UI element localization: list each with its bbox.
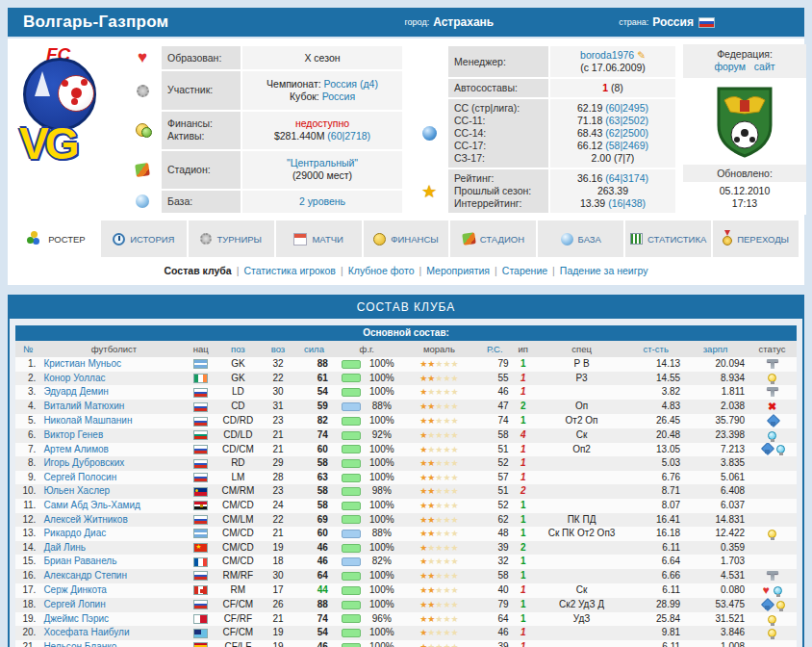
manager-info-link[interactable]: (58|2469) bbox=[605, 140, 648, 151]
form-percent: 92% bbox=[367, 429, 397, 442]
player-name-link[interactable]: Эдуард Демин bbox=[43, 386, 108, 397]
tab-ростер[interactable]: РОСТЕР bbox=[13, 220, 99, 257]
player-salary: 53.475 bbox=[683, 598, 748, 612]
form-percent: 100% bbox=[367, 599, 397, 611]
manager-info-value: 36.16 (64|3174)263.3913.39 (16|438) bbox=[550, 169, 675, 213]
manager-info-link[interactable]: (64|3174) bbox=[605, 172, 648, 184]
subnav-item[interactable]: Мероприятия bbox=[426, 265, 490, 276]
player-name-link[interactable]: Сергей Полосин bbox=[43, 472, 116, 482]
club-info-value: "Центральный"(29000 мест) bbox=[242, 151, 402, 189]
tab-база[interactable]: БАЗА bbox=[536, 220, 623, 257]
manager-info-link[interactable]: (16|438) bbox=[608, 197, 646, 209]
column-header-ст-сть[interactable]: ст-сть bbox=[628, 341, 683, 357]
column-header-сила[interactable]: сила bbox=[294, 341, 334, 357]
player-age: 28 bbox=[262, 471, 295, 485]
federation-crest bbox=[683, 78, 806, 165]
player-name-link[interactable]: Сами Абд Эль-Хамид bbox=[43, 500, 140, 510]
club-info-link[interactable]: "Центральный" bbox=[287, 157, 358, 168]
club-info-link[interactable]: 2 уровень bbox=[299, 195, 345, 207]
player-name-link[interactable]: Александр Степин bbox=[43, 570, 127, 581]
player-age: 17 bbox=[262, 583, 295, 599]
tab-статистика[interactable]: СТАТИСТИКА bbox=[623, 220, 711, 257]
player-name-link[interactable]: Нельсон Бланко bbox=[43, 641, 116, 647]
tab-матчи[interactable]: МАТЧИ bbox=[274, 220, 362, 257]
player-name-link[interactable]: Кристиан Муньос bbox=[43, 358, 121, 369]
player-row: 6.Виктор ГеневCD/LD217492%★★★★★584Ск20.4… bbox=[15, 428, 797, 443]
graduation-cap-icon bbox=[766, 416, 778, 427]
player-real-strength: 58 bbox=[478, 569, 512, 583]
manager-info-link[interactable]: (60|2495) bbox=[605, 102, 648, 114]
club-info-link[interactable]: Россия bbox=[322, 91, 355, 102]
player-name-link[interactable]: Артем Алимов bbox=[43, 444, 109, 454]
player-name-link[interactable]: Серж Динкота bbox=[43, 584, 107, 595]
tab-переходы[interactable]: ПЕРЕХОДЫ bbox=[711, 220, 799, 257]
player-name-link[interactable]: Джеймс Пэрис bbox=[43, 613, 109, 624]
column-header-Р.С.[interactable]: Р.С. bbox=[478, 341, 512, 357]
player-name-link[interactable]: Игорь Дубровских bbox=[43, 457, 124, 468]
tab-label: ФИНАНСЫ bbox=[391, 234, 438, 245]
player-real-strength: 51 bbox=[478, 484, 512, 499]
subnav-item: Состав клуба bbox=[165, 265, 232, 276]
morale-star: ★ bbox=[451, 515, 459, 525]
column-header-воз[interactable]: воз bbox=[262, 341, 295, 357]
edit-icon[interactable]: ✎ bbox=[634, 49, 646, 61]
player-strength: 54 bbox=[294, 626, 334, 640]
player-name-link[interactable]: Рикардо Диас bbox=[43, 528, 106, 538]
club-info-value: Чемпионат: Россия (д4)Кубок: Россия bbox=[242, 71, 402, 109]
player-morale: ★★★★★ bbox=[400, 569, 478, 583]
player-name-link[interactable]: Алексей Житников bbox=[43, 514, 127, 525]
player-salary: 1.811 bbox=[683, 385, 748, 400]
player-age: 26 bbox=[262, 598, 295, 612]
subnav-item[interactable]: Статистика игроков bbox=[243, 265, 336, 276]
player-form-cell: 100% bbox=[337, 627, 397, 639]
player-name-link[interactable]: Бриан Раванель bbox=[43, 556, 116, 566]
player-value: 16.41 bbox=[628, 513, 683, 528]
player-form-cell: 100% bbox=[337, 415, 397, 427]
player-name-link[interactable]: Сергей Лопин bbox=[43, 599, 105, 609]
player-games-played: 1 bbox=[512, 372, 535, 386]
club-info-text: Кубок: bbox=[290, 91, 322, 102]
player-form-cell: 100% bbox=[337, 444, 397, 456]
ru-flag-icon bbox=[193, 571, 208, 581]
subnav-item[interactable]: Падение за неигру bbox=[560, 265, 648, 276]
player-name-link[interactable]: Хосефата Наибули bbox=[43, 627, 129, 637]
player-age: 18 bbox=[262, 555, 295, 569]
morale-star: ★ bbox=[451, 374, 459, 383]
morale-star: ★ bbox=[443, 401, 450, 411]
column-header-поз[interactable]: поз bbox=[215, 341, 262, 357]
tab-стадион[interactable]: СТАДИОН bbox=[448, 220, 536, 257]
tab-история[interactable]: ИСТОРИЯ bbox=[99, 220, 187, 257]
morale-star: ★ bbox=[451, 529, 459, 538]
player-name-link[interactable]: Виктор Генев bbox=[43, 429, 103, 440]
column-header-зарпл[interactable]: зарпл bbox=[683, 341, 748, 357]
updated-value: 05.12.2010 17:13 bbox=[683, 182, 806, 215]
club-info-text: $281.440М bbox=[274, 130, 327, 142]
subnav-item[interactable]: Клубное фото bbox=[348, 265, 415, 276]
player-name-link[interactable]: Виталий Матюхин bbox=[43, 401, 124, 411]
tab-label: БАЗА bbox=[578, 234, 601, 245]
subnav-item[interactable]: Старение bbox=[502, 265, 547, 276]
player-age: 19 bbox=[262, 626, 295, 640]
column-header-№[interactable]: № bbox=[15, 341, 40, 357]
manager-info-link[interactable]: (63|2502) bbox=[605, 115, 648, 126]
tab-турниры[interactable]: ТУРНИРЫ bbox=[187, 220, 274, 257]
player-salary: 0.080 bbox=[683, 583, 748, 599]
ar-flag-icon bbox=[193, 359, 208, 369]
player-name-link[interactable]: Николай Машпанин bbox=[43, 415, 132, 426]
club-info-link[interactable]: (60|2718) bbox=[327, 130, 370, 142]
manager-info-text: 36.16 bbox=[577, 172, 605, 184]
player-name-link[interactable]: Конор Уоллас bbox=[43, 373, 105, 383]
player-name-link[interactable]: Дай Линь bbox=[43, 542, 86, 553]
federation-forum-link[interactable]: форум bbox=[714, 61, 746, 72]
manager-info-link[interactable]: boroda1976 bbox=[580, 49, 634, 61]
manager-info-link[interactable]: (62|2500) bbox=[605, 127, 648, 139]
player-name-link[interactable]: Юльен Хаслер bbox=[43, 485, 110, 496]
tab-label: МАТЧИ bbox=[312, 234, 343, 245]
subnav-separator: | bbox=[341, 265, 343, 276]
city-label: город: bbox=[404, 17, 429, 27]
club-info-link[interactable]: Россия (д4) bbox=[324, 78, 378, 90]
federation-site-link[interactable]: сайт bbox=[754, 61, 775, 72]
tab-финансы[interactable]: ФИНАНСЫ bbox=[362, 220, 449, 257]
player-strength: 74 bbox=[294, 428, 334, 443]
player-strength: 88 bbox=[294, 598, 334, 612]
